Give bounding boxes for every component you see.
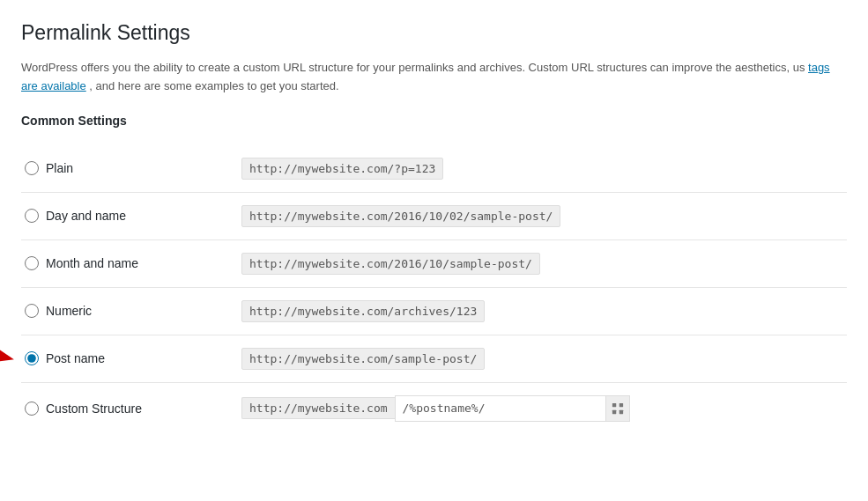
red-arrow-annotation [0, 348, 17, 369]
page-title: Permalink Settings [21, 21, 847, 45]
numeric-row: Numeric http://mywebsite.com/archives/12… [21, 287, 847, 335]
page-description: WordPress offers you the ability to crea… [21, 59, 847, 96]
description-text-2: , and here are some examples to get you … [89, 79, 338, 92]
svg-rect-1 [612, 402, 615, 406]
month-and-name-label[interactable]: Month and name [25, 256, 224, 270]
plain-radio[interactable] [25, 161, 39, 175]
numeric-url: http://mywebsite.com/archives/123 [241, 300, 485, 322]
plain-url: http://mywebsite.com/?p=123 [241, 158, 443, 180]
day-and-name-label[interactable]: Day and name [25, 209, 224, 223]
custom-structure-label-text: Custom Structure [46, 402, 142, 416]
svg-rect-4 [619, 409, 622, 413]
common-settings-heading: Common Settings [21, 114, 847, 128]
custom-structure-url-prefix: http://mywebsite.com [241, 397, 395, 419]
numeric-label-text: Numeric [46, 304, 92, 318]
custom-structure-tags-button[interactable] [606, 395, 630, 422]
svg-rect-2 [619, 402, 622, 406]
settings-page: Permalink Settings WordPress offers you … [0, 0, 868, 501]
month-and-name-label-text: Month and name [46, 256, 138, 270]
permalink-options-table: Plain http://mywebsite.com/?p=123 Day an… [21, 145, 847, 434]
plain-label[interactable]: Plain [25, 161, 224, 175]
post-name-radio[interactable] [25, 351, 39, 365]
day-and-name-label-text: Day and name [46, 209, 126, 223]
post-name-label-text: Post name [46, 351, 105, 365]
day-and-name-row: Day and name http://mywebsite.com/2016/1… [21, 192, 847, 239]
post-name-label[interactable]: Post name [25, 351, 224, 365]
post-name-url: http://mywebsite.com/sample-post/ [241, 348, 485, 370]
month-and-name-row: Month and name http://mywebsite.com/2016… [21, 239, 847, 287]
day-and-name-url: http://mywebsite.com/2016/10/02/sample-p… [241, 205, 560, 227]
svg-rect-3 [612, 409, 615, 413]
month-and-name-url: http://mywebsite.com/2016/10/sample-post… [241, 253, 540, 275]
description-text-1: WordPress offers you the ability to crea… [21, 61, 805, 74]
grid-icon [612, 402, 624, 415]
numeric-radio[interactable] [25, 304, 39, 318]
plain-row: Plain http://mywebsite.com/?p=123 [21, 145, 847, 193]
day-and-name-radio[interactable] [25, 209, 39, 223]
post-name-row: Post name http://mywebsite.com/sample-po… [21, 335, 847, 382]
custom-structure-label[interactable]: Custom Structure [25, 402, 224, 416]
custom-structure-text-input[interactable] [395, 395, 606, 422]
numeric-label[interactable]: Numeric [25, 304, 224, 318]
custom-structure-row: Custom Structure http://mywebsite.com [21, 382, 847, 434]
custom-structure-input-wrap: http://mywebsite.com [241, 395, 838, 422]
month-and-name-radio[interactable] [25, 256, 39, 270]
custom-structure-radio[interactable] [25, 402, 39, 416]
plain-label-text: Plain [46, 161, 73, 175]
